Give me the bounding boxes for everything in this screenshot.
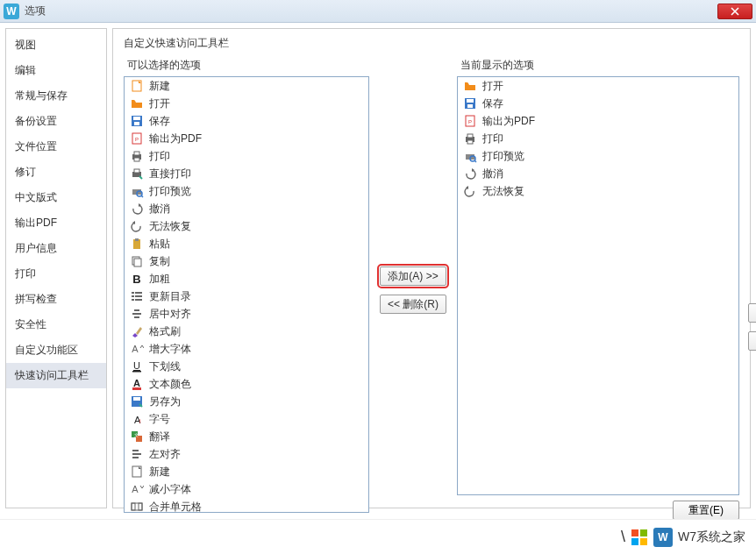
close-button[interactable] [717, 4, 752, 19]
available-item[interactable]: 新建 [125, 77, 368, 95]
sidebar-item-9[interactable]: 打印 [6, 261, 106, 287]
current-item-label: 撤消 [482, 167, 503, 181]
printpreview-icon [130, 184, 144, 198]
new2-icon [130, 465, 144, 479]
available-item[interactable]: 撤消 [125, 200, 368, 217]
current-item-label: 保存 [482, 96, 503, 111]
available-listbox[interactable]: 新建打开保存P输出为PDF打印直接打印打印预览撤消无法恢复粘贴复制B加粗更新目录… [124, 76, 369, 513]
svg-text:文: 文 [134, 432, 139, 437]
available-item[interactable]: 打印预览 [125, 182, 368, 200]
move-down-button[interactable]: ▼ [748, 331, 756, 351]
sidebar-item-8[interactable]: 用户信息 [6, 236, 106, 261]
svg-rect-45 [132, 503, 135, 510]
center-icon [130, 307, 144, 321]
printdirect-icon [130, 167, 144, 181]
available-item[interactable]: 新建 [125, 463, 368, 480]
available-item[interactable]: 保存 [125, 112, 368, 130]
save-icon [130, 114, 144, 128]
available-item[interactable]: 合并单元格 [125, 498, 368, 513]
undo-icon [130, 202, 144, 216]
svg-rect-57 [631, 529, 638, 536]
app-icon: W [4, 4, 19, 19]
bold-icon: B [130, 272, 144, 286]
current-item[interactable]: 打印 [458, 130, 738, 147]
svg-rect-20 [132, 295, 134, 297]
available-item-label: 格式刷 [149, 324, 181, 339]
available-item-label: 另存为 [149, 394, 181, 409]
add-button[interactable]: 添加(A) >> [380, 266, 446, 286]
available-item[interactable]: 粘贴 [125, 235, 368, 252]
current-item[interactable]: 打开 [458, 77, 738, 95]
available-item[interactable]: 打开 [125, 95, 368, 112]
available-label: 可以选择的选项 [124, 58, 369, 73]
svg-rect-59 [631, 538, 638, 545]
available-item[interactable]: 打印 [125, 147, 368, 165]
remove-button[interactable]: << 删除(R) [380, 295, 446, 314]
svg-text:B: B [132, 273, 140, 286]
available-item[interactable]: Ai字号 [125, 410, 368, 428]
svg-text:U: U [133, 360, 140, 371]
available-item[interactable]: 直接打印 [125, 165, 368, 182]
svg-rect-2 [133, 117, 140, 120]
saveas-icon [130, 394, 144, 408]
new-icon [130, 79, 144, 93]
brush-icon [130, 324, 144, 338]
available-item[interactable]: 无法恢复 [125, 217, 368, 235]
current-label: 当前显示的选项 [457, 58, 739, 73]
available-item[interactable]: 格式刷 [125, 323, 368, 340]
sidebar-item-1[interactable]: 编辑 [6, 58, 106, 83]
current-item[interactable]: P输出为PDF [458, 112, 738, 130]
pdf-icon: P [130, 131, 144, 146]
available-item[interactable]: 更新目录 [125, 288, 368, 305]
available-item[interactable]: 文翻译 [125, 428, 368, 445]
sidebar-item-6[interactable]: 中文版式 [6, 185, 106, 210]
move-up-button[interactable]: ▲ [748, 303, 756, 323]
svg-rect-58 [640, 529, 647, 536]
available-item-label: 直接打印 [149, 167, 191, 181]
available-item[interactable]: P输出为PDF [125, 130, 368, 147]
svg-rect-8 [134, 158, 139, 161]
pdf-icon: P [463, 114, 477, 128]
available-item[interactable]: 复制 [125, 252, 368, 270]
redo-icon [463, 184, 477, 198]
available-item[interactable]: B加粗 [125, 270, 368, 288]
footer-text: W7系统之家 [678, 529, 745, 545]
available-item[interactable]: 另存为 [125, 393, 368, 410]
sidebar-item-2[interactable]: 常规与保存 [6, 83, 106, 109]
available-item[interactable]: 居中对齐 [125, 305, 368, 323]
svg-rect-29 [132, 371, 141, 373]
current-listbox[interactable]: 打开保存P输出为PDF打印打印预览撤消无法恢复 [457, 76, 739, 495]
available-item[interactable]: 左对齐 [125, 445, 368, 463]
sidebar-item-7[interactable]: 输出PDF [6, 210, 106, 236]
reset-button[interactable]: 重置(E) [673, 501, 739, 520]
current-item[interactable]: 保存 [458, 95, 738, 112]
sidebar-item-4[interactable]: 文件位置 [6, 134, 106, 160]
fontsize-icon: Ai [130, 412, 144, 426]
available-item-label: 居中对齐 [149, 307, 191, 322]
footer-letter: \ [621, 528, 625, 546]
svg-text:A: A [132, 344, 139, 354]
sidebar-item-10[interactable]: 拼写检查 [6, 287, 106, 312]
available-item[interactable]: U下划线 [125, 358, 368, 375]
sidebar-item-3[interactable]: 备份设置 [6, 109, 106, 134]
available-item-label: 打印预览 [149, 184, 191, 199]
merge-icon [130, 500, 144, 513]
section-title: 自定义快速访问工具栏 [124, 36, 739, 51]
current-item-label: 打印 [482, 131, 503, 146]
available-item-label: 保存 [149, 114, 170, 129]
sidebar-item-12[interactable]: 自定义功能区 [6, 337, 106, 363]
main-panel: 自定义快速访问工具栏 可以选择的选项 新建打开保存P输出为PDF打印直接打印打印… [112, 28, 751, 508]
sidebar-item-13[interactable]: 快速访问工具栏 [6, 363, 106, 388]
current-item[interactable]: 撤消 [458, 165, 738, 182]
current-item[interactable]: 无法恢复 [458, 182, 738, 200]
sidebar-item-5[interactable]: 修订 [6, 160, 106, 185]
open-icon [130, 96, 144, 110]
svg-rect-22 [132, 299, 134, 301]
available-item[interactable]: A减小字体 [125, 480, 368, 498]
sidebar-item-0[interactable]: 视图 [6, 32, 106, 58]
available-item-label: 复制 [149, 254, 170, 269]
available-item[interactable]: A文本颜色 [125, 375, 368, 393]
sidebar-item-11[interactable]: 安全性 [6, 312, 106, 337]
available-item[interactable]: A增大字体 [125, 340, 368, 358]
current-item[interactable]: 打印预览 [458, 147, 738, 165]
